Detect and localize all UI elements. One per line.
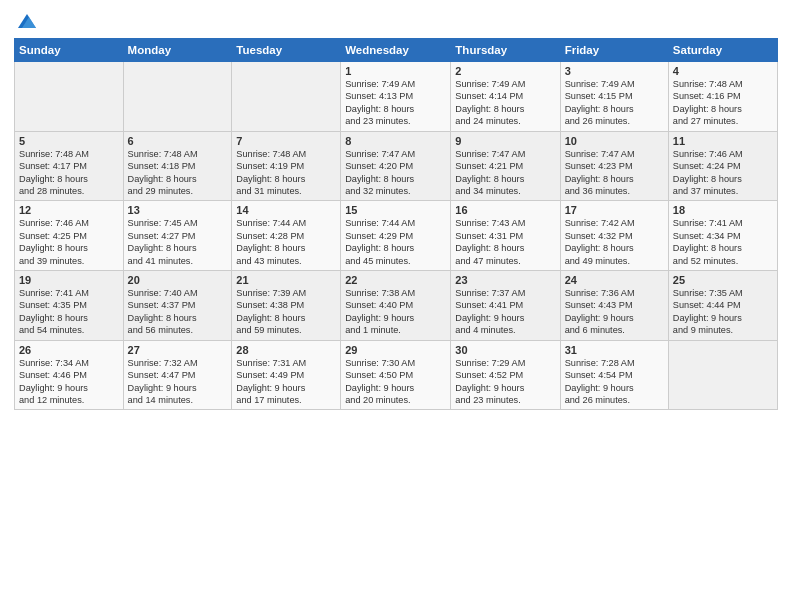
calendar-cell: 1Sunrise: 7:49 AM Sunset: 4:13 PM Daylig…: [341, 62, 451, 132]
cell-content: Sunrise: 7:29 AM Sunset: 4:52 PM Dayligh…: [455, 357, 555, 407]
day-number: 27: [128, 344, 228, 356]
cell-content: Sunrise: 7:44 AM Sunset: 4:29 PM Dayligh…: [345, 217, 446, 267]
cell-content: Sunrise: 7:47 AM Sunset: 4:23 PM Dayligh…: [565, 148, 664, 198]
calendar-cell: 9Sunrise: 7:47 AM Sunset: 4:21 PM Daylig…: [451, 131, 560, 201]
day-number: 24: [565, 274, 664, 286]
cell-content: Sunrise: 7:32 AM Sunset: 4:47 PM Dayligh…: [128, 357, 228, 407]
cell-content: Sunrise: 7:47 AM Sunset: 4:21 PM Dayligh…: [455, 148, 555, 198]
calendar-cell: [232, 62, 341, 132]
calendar-cell: 26Sunrise: 7:34 AM Sunset: 4:46 PM Dayli…: [15, 340, 124, 410]
calendar-cell: 23Sunrise: 7:37 AM Sunset: 4:41 PM Dayli…: [451, 271, 560, 341]
calendar-week-row: 26Sunrise: 7:34 AM Sunset: 4:46 PM Dayli…: [15, 340, 778, 410]
cell-content: Sunrise: 7:48 AM Sunset: 4:17 PM Dayligh…: [19, 148, 119, 198]
cell-content: Sunrise: 7:43 AM Sunset: 4:31 PM Dayligh…: [455, 217, 555, 267]
calendar-header-row: SundayMondayTuesdayWednesdayThursdayFrid…: [15, 39, 778, 62]
cell-content: Sunrise: 7:36 AM Sunset: 4:43 PM Dayligh…: [565, 287, 664, 337]
calendar-day-header: Wednesday: [341, 39, 451, 62]
day-number: 20: [128, 274, 228, 286]
calendar-week-row: 5Sunrise: 7:48 AM Sunset: 4:17 PM Daylig…: [15, 131, 778, 201]
calendar-cell: 13Sunrise: 7:45 AM Sunset: 4:27 PM Dayli…: [123, 201, 232, 271]
calendar-cell: 30Sunrise: 7:29 AM Sunset: 4:52 PM Dayli…: [451, 340, 560, 410]
page-container: SundayMondayTuesdayWednesdayThursdayFrid…: [0, 0, 792, 612]
day-number: 10: [565, 135, 664, 147]
cell-content: Sunrise: 7:37 AM Sunset: 4:41 PM Dayligh…: [455, 287, 555, 337]
calendar-week-row: 1Sunrise: 7:49 AM Sunset: 4:13 PM Daylig…: [15, 62, 778, 132]
cell-content: Sunrise: 7:35 AM Sunset: 4:44 PM Dayligh…: [673, 287, 773, 337]
calendar-day-header: Saturday: [668, 39, 777, 62]
logo: [14, 10, 38, 32]
cell-content: Sunrise: 7:41 AM Sunset: 4:34 PM Dayligh…: [673, 217, 773, 267]
day-number: 29: [345, 344, 446, 356]
calendar-day-header: Monday: [123, 39, 232, 62]
day-number: 25: [673, 274, 773, 286]
day-number: 1: [345, 65, 446, 77]
calendar-cell: [668, 340, 777, 410]
day-number: 7: [236, 135, 336, 147]
calendar-cell: 31Sunrise: 7:28 AM Sunset: 4:54 PM Dayli…: [560, 340, 668, 410]
calendar-cell: 12Sunrise: 7:46 AM Sunset: 4:25 PM Dayli…: [15, 201, 124, 271]
cell-content: Sunrise: 7:45 AM Sunset: 4:27 PM Dayligh…: [128, 217, 228, 267]
cell-content: Sunrise: 7:38 AM Sunset: 4:40 PM Dayligh…: [345, 287, 446, 337]
calendar-cell: 25Sunrise: 7:35 AM Sunset: 4:44 PM Dayli…: [668, 271, 777, 341]
logo-icon: [16, 10, 38, 32]
day-number: 13: [128, 204, 228, 216]
day-number: 4: [673, 65, 773, 77]
day-number: 18: [673, 204, 773, 216]
day-number: 30: [455, 344, 555, 356]
day-number: 6: [128, 135, 228, 147]
calendar-cell: 22Sunrise: 7:38 AM Sunset: 4:40 PM Dayli…: [341, 271, 451, 341]
calendar-cell: 16Sunrise: 7:43 AM Sunset: 4:31 PM Dayli…: [451, 201, 560, 271]
cell-content: Sunrise: 7:48 AM Sunset: 4:19 PM Dayligh…: [236, 148, 336, 198]
calendar-cell: 7Sunrise: 7:48 AM Sunset: 4:19 PM Daylig…: [232, 131, 341, 201]
calendar-day-header: Tuesday: [232, 39, 341, 62]
calendar-cell: 20Sunrise: 7:40 AM Sunset: 4:37 PM Dayli…: [123, 271, 232, 341]
calendar-cell: 29Sunrise: 7:30 AM Sunset: 4:50 PM Dayli…: [341, 340, 451, 410]
cell-content: Sunrise: 7:34 AM Sunset: 4:46 PM Dayligh…: [19, 357, 119, 407]
cell-content: Sunrise: 7:46 AM Sunset: 4:24 PM Dayligh…: [673, 148, 773, 198]
day-number: 8: [345, 135, 446, 147]
calendar-cell: 3Sunrise: 7:49 AM Sunset: 4:15 PM Daylig…: [560, 62, 668, 132]
day-number: 16: [455, 204, 555, 216]
calendar-cell: 2Sunrise: 7:49 AM Sunset: 4:14 PM Daylig…: [451, 62, 560, 132]
day-number: 26: [19, 344, 119, 356]
cell-content: Sunrise: 7:47 AM Sunset: 4:20 PM Dayligh…: [345, 148, 446, 198]
day-number: 11: [673, 135, 773, 147]
cell-content: Sunrise: 7:28 AM Sunset: 4:54 PM Dayligh…: [565, 357, 664, 407]
day-number: 17: [565, 204, 664, 216]
day-number: 15: [345, 204, 446, 216]
cell-content: Sunrise: 7:48 AM Sunset: 4:18 PM Dayligh…: [128, 148, 228, 198]
day-number: 5: [19, 135, 119, 147]
cell-content: Sunrise: 7:39 AM Sunset: 4:38 PM Dayligh…: [236, 287, 336, 337]
cell-content: Sunrise: 7:48 AM Sunset: 4:16 PM Dayligh…: [673, 78, 773, 128]
calendar-cell: 21Sunrise: 7:39 AM Sunset: 4:38 PM Dayli…: [232, 271, 341, 341]
calendar-cell: 17Sunrise: 7:42 AM Sunset: 4:32 PM Dayli…: [560, 201, 668, 271]
calendar-cell: 11Sunrise: 7:46 AM Sunset: 4:24 PM Dayli…: [668, 131, 777, 201]
day-number: 14: [236, 204, 336, 216]
calendar-day-header: Sunday: [15, 39, 124, 62]
cell-content: Sunrise: 7:40 AM Sunset: 4:37 PM Dayligh…: [128, 287, 228, 337]
calendar-cell: 18Sunrise: 7:41 AM Sunset: 4:34 PM Dayli…: [668, 201, 777, 271]
calendar-week-row: 12Sunrise: 7:46 AM Sunset: 4:25 PM Dayli…: [15, 201, 778, 271]
cell-content: Sunrise: 7:49 AM Sunset: 4:13 PM Dayligh…: [345, 78, 446, 128]
day-number: 19: [19, 274, 119, 286]
calendar-day-header: Thursday: [451, 39, 560, 62]
calendar-table: SundayMondayTuesdayWednesdayThursdayFrid…: [14, 38, 778, 410]
calendar-cell: 6Sunrise: 7:48 AM Sunset: 4:18 PM Daylig…: [123, 131, 232, 201]
day-number: 31: [565, 344, 664, 356]
calendar-cell: 24Sunrise: 7:36 AM Sunset: 4:43 PM Dayli…: [560, 271, 668, 341]
calendar-cell: [123, 62, 232, 132]
cell-content: Sunrise: 7:44 AM Sunset: 4:28 PM Dayligh…: [236, 217, 336, 267]
cell-content: Sunrise: 7:46 AM Sunset: 4:25 PM Dayligh…: [19, 217, 119, 267]
day-number: 28: [236, 344, 336, 356]
calendar-cell: 19Sunrise: 7:41 AM Sunset: 4:35 PM Dayli…: [15, 271, 124, 341]
day-number: 23: [455, 274, 555, 286]
calendar-cell: 10Sunrise: 7:47 AM Sunset: 4:23 PM Dayli…: [560, 131, 668, 201]
day-number: 21: [236, 274, 336, 286]
calendar-cell: 15Sunrise: 7:44 AM Sunset: 4:29 PM Dayli…: [341, 201, 451, 271]
cell-content: Sunrise: 7:42 AM Sunset: 4:32 PM Dayligh…: [565, 217, 664, 267]
cell-content: Sunrise: 7:49 AM Sunset: 4:14 PM Dayligh…: [455, 78, 555, 128]
calendar-cell: 5Sunrise: 7:48 AM Sunset: 4:17 PM Daylig…: [15, 131, 124, 201]
calendar-cell: 14Sunrise: 7:44 AM Sunset: 4:28 PM Dayli…: [232, 201, 341, 271]
calendar-cell: 4Sunrise: 7:48 AM Sunset: 4:16 PM Daylig…: [668, 62, 777, 132]
calendar-week-row: 19Sunrise: 7:41 AM Sunset: 4:35 PM Dayli…: [15, 271, 778, 341]
